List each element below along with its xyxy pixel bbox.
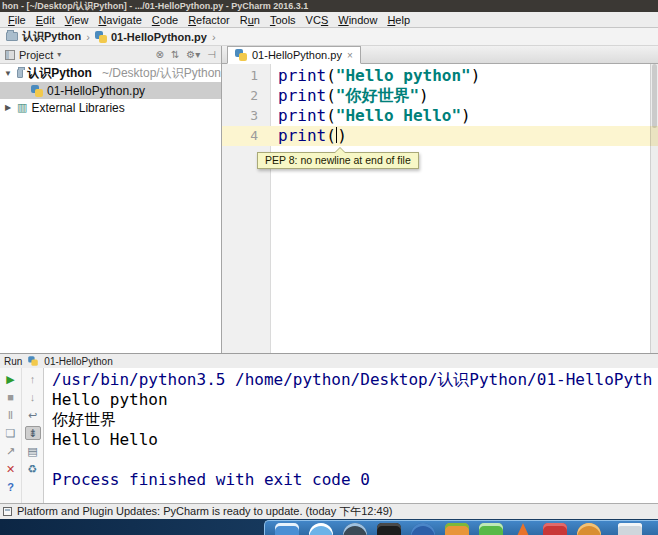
window-titlebar[interactable]: hon - [~/Desktop/认识Python] - .../01-Hell… xyxy=(0,0,658,12)
run-console[interactable]: /usr/bin/python3.5 /home/python/Desktop/… xyxy=(44,368,658,503)
code-token: ( xyxy=(326,106,336,125)
tree-item-path: ~/Desktop/认识Python xyxy=(102,65,221,82)
down-stack-trace-icon[interactable]: ↓ xyxy=(25,390,41,404)
project-panel-title[interactable]: Project xyxy=(19,49,53,61)
dock-icon-trash[interactable] xyxy=(618,523,642,535)
project-panel-header: Project ▾ ⊗⇅⚙▾⊣ xyxy=(0,46,221,64)
run-panel-title: Run xyxy=(4,356,22,367)
code-lines: 1print("Hello python")2print("你好世界")3pri… xyxy=(222,64,658,146)
python-icon xyxy=(31,85,43,97)
project-tree-item[interactable]: ▼认识Python~/Desktop/认识Python xyxy=(0,65,221,82)
close-icon[interactable]: ✕ xyxy=(3,462,19,476)
rerun-icon[interactable]: ▶ xyxy=(3,372,19,386)
tree-expand-icon[interactable]: ▼ xyxy=(3,69,13,78)
hide-panel-icon[interactable]: ⊣ xyxy=(207,49,216,60)
tree-expand-icon[interactable]: ▶ xyxy=(3,103,13,112)
menu-edit[interactable]: Edit xyxy=(31,14,60,26)
menu-refactor[interactable]: Refactor xyxy=(183,14,235,26)
stop-icon[interactable]: ■ xyxy=(3,390,19,404)
code-token: print xyxy=(278,86,326,105)
line-number: 1 xyxy=(222,66,265,86)
code-token: print xyxy=(278,66,326,85)
navigate-updown-icon[interactable]: ⇅ xyxy=(171,49,179,60)
run-tool-window: Run 01-HelloPython ▶■Ⅱ❏↗✕? ↑↓↩⇟▤♻ /usr/b… xyxy=(0,353,658,503)
status-bar: Platform and Plugin Updates: PyCharm is … xyxy=(0,503,658,519)
dock-icon-terminal[interactable] xyxy=(377,523,401,535)
library-icon xyxy=(17,102,27,113)
dock-icon-mail-bird[interactable] xyxy=(343,523,367,535)
editor-area: 01-HelloPython.py × 1print("Hello python… xyxy=(222,46,658,353)
tree-item-label: 认识Python xyxy=(27,65,92,82)
run-tool-window-header[interactable]: Run 01-HelloPython xyxy=(0,354,658,368)
editor-tab-bar: 01-HelloPython.py × xyxy=(222,46,658,64)
code-token: "Hello Hello" xyxy=(336,106,461,125)
console-line: Hello python xyxy=(52,390,658,410)
help-icon[interactable]: ? xyxy=(3,480,19,494)
code-line[interactable]: 1print("Hello python") xyxy=(222,66,658,86)
menu-help[interactable]: Help xyxy=(382,14,415,26)
dock-icon-amber-app[interactable] xyxy=(577,523,601,535)
code-token: ( xyxy=(326,86,336,105)
console-line xyxy=(52,450,658,470)
code-line[interactable]: 3print("Hello Hello") xyxy=(222,106,658,126)
menu-file[interactable]: File xyxy=(3,14,31,26)
dock-icon-files[interactable] xyxy=(275,523,299,535)
dock-icon-red-app[interactable] xyxy=(543,523,567,535)
close-tab-icon[interactable]: × xyxy=(347,50,353,61)
code-token: ) xyxy=(471,66,481,85)
menu-tools[interactable]: Tools xyxy=(265,14,301,26)
breadcrumb-item[interactable]: 认识Python xyxy=(6,29,81,44)
line-number: 3 xyxy=(222,106,265,126)
up-stack-trace-icon[interactable]: ↑ xyxy=(25,372,41,386)
pin-icon[interactable]: ↗ xyxy=(3,444,19,458)
chevron-down-icon[interactable]: ▾ xyxy=(57,50,61,59)
menu-run[interactable]: Run xyxy=(235,14,265,26)
dock-icon-software-center[interactable] xyxy=(445,523,469,535)
event-log-icon[interactable] xyxy=(3,507,12,516)
code-editor[interactable]: 1print("Hello python")2print("你好世界")3pri… xyxy=(222,64,658,353)
code-token: "Hello python" xyxy=(336,66,471,85)
dock-icon-browser-compass[interactable] xyxy=(309,523,333,535)
soft-wrap-icon[interactable]: ↩ xyxy=(25,408,41,422)
code-token: print xyxy=(278,106,326,125)
code-token: ( xyxy=(326,126,336,145)
python-file-icon xyxy=(235,49,247,61)
menu-vcs[interactable]: VCS xyxy=(301,14,334,26)
breadcrumb-item[interactable]: 01-HelloPython.py xyxy=(95,31,207,43)
python-file-icon xyxy=(29,356,39,366)
desktop-strip xyxy=(0,519,658,535)
console-line: 你好世界 xyxy=(52,410,658,430)
console-line: Hello Hello xyxy=(52,430,658,450)
scroll-to-end-icon[interactable]: ⇟ xyxy=(25,426,41,440)
restore-layout-icon[interactable]: ❏ xyxy=(3,426,19,440)
close-circle-icon[interactable]: ⊗ xyxy=(156,49,164,60)
menu-code[interactable]: Code xyxy=(147,14,183,26)
code-token: ( xyxy=(326,66,336,85)
project-tree-item[interactable]: ▶External Libraries xyxy=(0,99,221,116)
clear-console-icon[interactable]: ♻ xyxy=(25,462,41,476)
line-number: 2 xyxy=(222,86,265,106)
code-token: print xyxy=(278,126,326,145)
code-token: ) xyxy=(461,106,471,125)
window-title: hon - [~/Desktop/认识Python] - .../01-Hell… xyxy=(2,1,308,11)
dock-icon-vlc-cone[interactable] xyxy=(513,523,533,535)
project-panel: Project ▾ ⊗⇅⚙▾⊣ ▼认识Python~/Desktop/认识Pyt… xyxy=(0,46,222,353)
editor-tab[interactable]: 01-HelloPython.py × xyxy=(227,46,361,64)
run-configuration-label: 01-HelloPython xyxy=(44,356,112,367)
breadcrumb-separator: › xyxy=(84,31,92,43)
editor-scrollbar[interactable] xyxy=(650,64,658,353)
pause-icon[interactable]: Ⅱ xyxy=(3,408,19,422)
dock-icon-blue-app[interactable] xyxy=(411,523,435,535)
menu-window[interactable]: Window xyxy=(333,14,382,26)
menu-view[interactable]: View xyxy=(60,14,94,26)
print-icon[interactable]: ▤ xyxy=(25,444,41,458)
code-line[interactable]: 2print("你好世界") xyxy=(222,86,658,106)
breadcrumb-separator: › xyxy=(210,31,218,43)
dock-icon-green-app[interactable] xyxy=(479,523,503,535)
code-line[interactable]: 4print() xyxy=(222,126,658,146)
scrollbar-thumb[interactable] xyxy=(652,64,657,128)
settings-gear-icon[interactable]: ⚙▾ xyxy=(186,49,200,60)
project-tree-item[interactable]: 01-HelloPython.py xyxy=(0,82,221,99)
menu-navigate[interactable]: Navigate xyxy=(93,14,146,26)
python-icon xyxy=(95,31,107,43)
